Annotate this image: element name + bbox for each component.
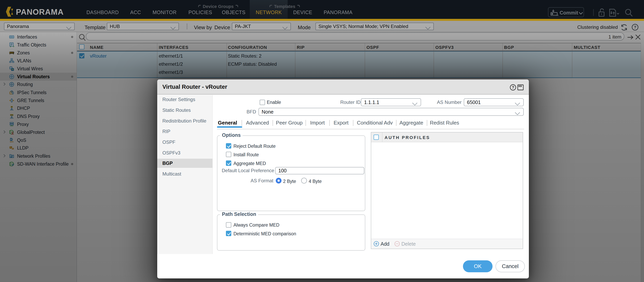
svg-text:?: ? (512, 85, 514, 90)
